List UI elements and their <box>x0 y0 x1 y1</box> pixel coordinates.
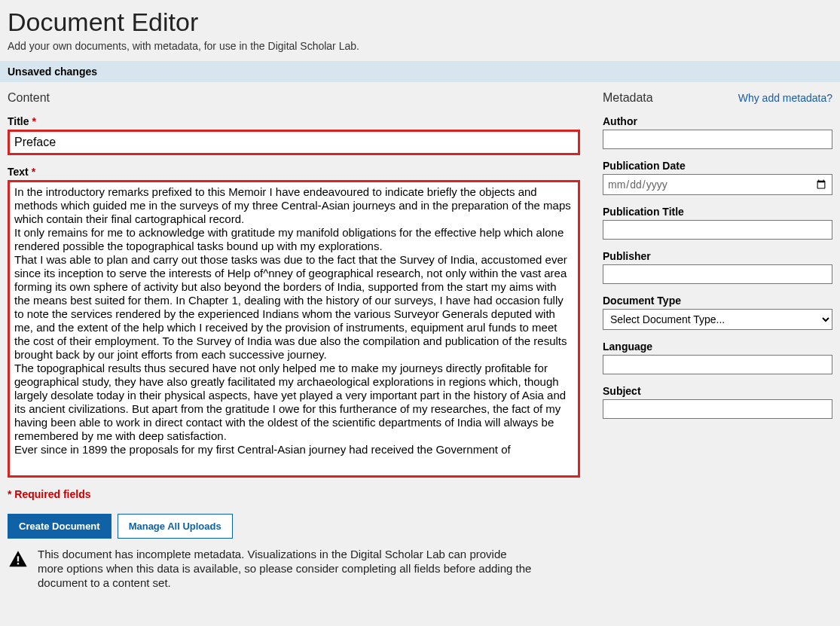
page-subtitle: Add your own documents, with metadata, f… <box>8 40 832 52</box>
pubdate-label: Publication Date <box>603 160 832 172</box>
svg-rect-0 <box>17 556 19 561</box>
manage-uploads-button[interactable]: Manage All Uploads <box>118 514 233 539</box>
language-input[interactable] <box>603 355 832 374</box>
text-label: Text * <box>8 166 580 178</box>
create-document-button[interactable]: Create Document <box>8 514 111 539</box>
status-bar: Unsaved changes <box>0 61 840 82</box>
doctype-select[interactable]: Select Document Type... <box>603 309 832 330</box>
required-note: * Required fields <box>8 488 580 500</box>
language-label: Language <box>603 340 832 353</box>
page-header: Document Editor Add your own documents, … <box>0 0 840 61</box>
publisher-input[interactable] <box>603 264 832 284</box>
title-label: Title * <box>8 115 580 127</box>
warning-banner: This document has incomplete metadata. V… <box>8 548 580 597</box>
metadata-heading: Metadata <box>603 91 653 105</box>
author-label: Author <box>603 115 832 127</box>
svg-rect-1 <box>17 563 19 564</box>
required-marker: * <box>32 166 35 178</box>
doctype-label: Document Type <box>603 295 832 307</box>
subject-input[interactable] <box>603 399 832 419</box>
pubtitle-label: Publication Title <box>603 206 832 218</box>
title-input[interactable] <box>8 130 580 155</box>
content-heading: Content <box>8 91 580 105</box>
pubdate-input[interactable] <box>603 174 832 195</box>
required-marker: * <box>32 115 35 127</box>
warning-text: This document has incomplete metadata. V… <box>38 548 535 590</box>
page-title: Document Editor <box>8 8 832 37</box>
warning-icon <box>8 549 29 570</box>
text-input[interactable] <box>10 182 578 475</box>
author-input[interactable] <box>603 130 832 149</box>
subject-label: Subject <box>603 385 832 397</box>
pubtitle-input[interactable] <box>603 220 832 240</box>
publisher-label: Publisher <box>603 250 832 262</box>
why-metadata-link[interactable]: Why add metadata? <box>738 92 832 104</box>
